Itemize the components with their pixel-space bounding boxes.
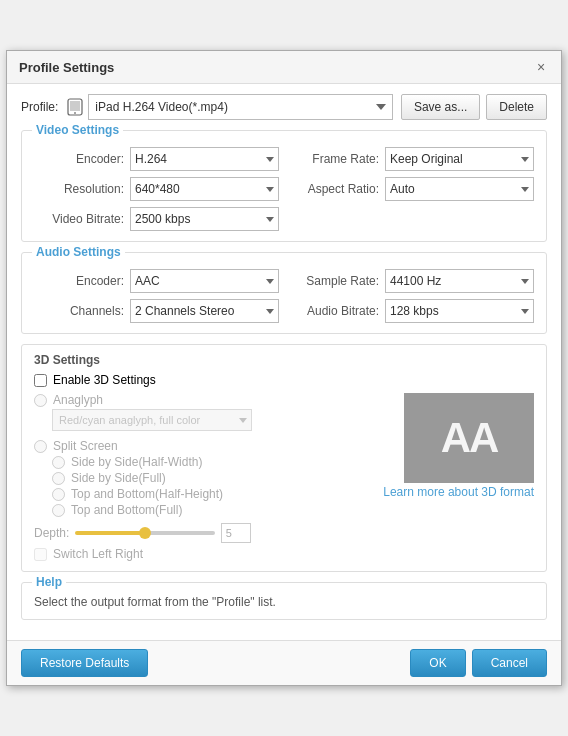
side-by-side-full-radio[interactable] [52,472,65,485]
help-title: Help [32,575,66,589]
encoder-label: Encoder: [34,152,124,166]
anaglyph-select[interactable]: Red/cyan anaglyph, full color [52,409,252,431]
top-bottom-half-label: Top and Bottom(Half-Height) [71,487,223,501]
save-as-button[interactable]: Save as... [401,94,480,120]
frame-rate-select[interactable]: Keep Original [385,147,534,171]
svg-rect-1 [70,101,80,111]
top-bottom-half-row: Top and Bottom(Half-Height) [52,487,373,501]
three-d-preview-col: AA Learn more about 3D format [383,393,534,561]
switch-label: Switch Left Right [53,547,143,561]
enable-3d-checkbox[interactable] [34,374,47,387]
depth-label: Depth: [34,526,69,540]
channels-row: Channels: 2 Channels Stereo [34,299,279,323]
encoder-row: Encoder: H.264 [34,147,279,171]
video-settings-title: Video Settings [32,123,123,137]
audio-encoder-row: Encoder: AAC [34,269,279,293]
sample-rate-label: Sample Rate: [289,274,379,288]
audio-left-col: Encoder: AAC Channels: 2 Channels Stereo [34,269,279,323]
help-text: Select the output format from the "Profi… [34,595,534,609]
frame-rate-row: Frame Rate: Keep Original [289,147,534,171]
top-bottom-full-radio[interactable] [52,504,65,517]
side-by-side-half-row: Side by Side(Half-Width) [52,455,373,469]
three-d-layout: Anaglyph Red/cyan anaglyph, full color S… [34,393,534,561]
profile-row: Profile: iPad H.264 Video(*.mp4) Save as… [21,94,547,120]
side-by-side-full-label: Side by Side(Full) [71,471,166,485]
audio-bitrate-label: Audio Bitrate: [289,304,379,318]
switch-checkbox[interactable] [34,548,47,561]
video-bitrate-row: Video Bitrate: 2500 kbps [34,207,279,231]
aspect-ratio-label: Aspect Ratio: [289,182,379,196]
svg-point-2 [74,112,76,114]
ok-button[interactable]: OK [410,649,465,677]
restore-defaults-button[interactable]: Restore Defaults [21,649,148,677]
depth-row: Depth: [34,523,373,543]
preview-text: AA [441,414,498,462]
delete-button[interactable]: Delete [486,94,547,120]
split-screen-label: Split Screen [53,439,118,453]
enable-3d-row: Enable 3D Settings [34,373,534,387]
dialog-title: Profile Settings [19,60,114,75]
video-right-col: Frame Rate: Keep Original Aspect Ratio: … [289,147,534,231]
aspect-ratio-select[interactable]: Auto [385,177,534,201]
audio-settings-section: Audio Settings Encoder: AAC Channels: 2 … [21,252,547,334]
dialog-body: Profile: iPad H.264 Video(*.mp4) Save as… [7,84,561,640]
video-bitrate-select[interactable]: 2500 kbps [130,207,279,231]
split-screen-radio[interactable] [34,440,47,453]
sample-rate-row: Sample Rate: 44100 Hz [289,269,534,293]
profile-select[interactable]: iPad H.264 Video(*.mp4) [88,94,393,120]
ipad-icon [66,98,84,116]
audio-encoder-label: Encoder: [34,274,124,288]
anaglyph-label: Anaglyph [53,393,103,407]
side-by-side-half-radio[interactable] [52,456,65,469]
three-d-left: Anaglyph Red/cyan anaglyph, full color S… [34,393,373,561]
cancel-button[interactable]: Cancel [472,649,547,677]
profile-select-wrap: iPad H.264 Video(*.mp4) [66,94,393,120]
audio-settings-title: Audio Settings [32,245,125,259]
depth-slider[interactable] [75,531,215,535]
audio-encoder-select[interactable]: AAC [130,269,279,293]
audio-bitrate-row: Audio Bitrate: 128 kbps [289,299,534,323]
learn-more-link[interactable]: Learn more about 3D format [383,485,534,499]
anaglyph-radio-row: Anaglyph [34,393,373,407]
aspect-ratio-row: Aspect Ratio: Auto [289,177,534,201]
side-by-side-half-label: Side by Side(Half-Width) [71,455,202,469]
title-bar: Profile Settings × [7,51,561,84]
enable-3d-label: Enable 3D Settings [53,373,156,387]
profile-label: Profile: [21,100,58,114]
anaglyph-radio[interactable] [34,394,47,407]
three-d-preview: AA [404,393,534,483]
video-settings-section: Video Settings Encoder: H.264 Resolution… [21,130,547,242]
resolution-label: Resolution: [34,182,124,196]
footer-right: OK Cancel [410,649,547,677]
side-by-side-full-row: Side by Side(Full) [52,471,373,485]
channels-select[interactable]: 2 Channels Stereo [130,299,279,323]
top-bottom-full-row: Top and Bottom(Full) [52,503,373,517]
sample-rate-select[interactable]: 44100 Hz [385,269,534,293]
profile-settings-dialog: Profile Settings × Profile: iPad H.264 V… [6,50,562,686]
close-button[interactable]: × [533,59,549,75]
video-bitrate-label: Video Bitrate: [34,212,124,226]
audio-bitrate-select[interactable]: 128 kbps [385,299,534,323]
switch-row: Switch Left Right [34,547,373,561]
three-d-title: 3D Settings [34,353,534,367]
frame-rate-label: Frame Rate: [289,152,379,166]
help-section: Help Select the output format from the "… [21,582,547,620]
resolution-select[interactable]: 640*480 [130,177,279,201]
video-left-col: Encoder: H.264 Resolution: 640*480 Video… [34,147,279,231]
audio-right-col: Sample Rate: 44100 Hz Audio Bitrate: 128… [289,269,534,323]
top-bottom-half-radio[interactable] [52,488,65,501]
channels-label: Channels: [34,304,124,318]
depth-input[interactable] [221,523,251,543]
resolution-row: Resolution: 640*480 [34,177,279,201]
split-screen-options: Side by Side(Half-Width) Side by Side(Fu… [52,455,373,517]
dialog-footer: Restore Defaults OK Cancel [7,640,561,685]
three-d-settings-section: 3D Settings Enable 3D Settings Anaglyph … [21,344,547,572]
encoder-select[interactable]: H.264 [130,147,279,171]
top-bottom-full-label: Top and Bottom(Full) [71,503,182,517]
split-screen-radio-row: Split Screen [34,439,373,453]
